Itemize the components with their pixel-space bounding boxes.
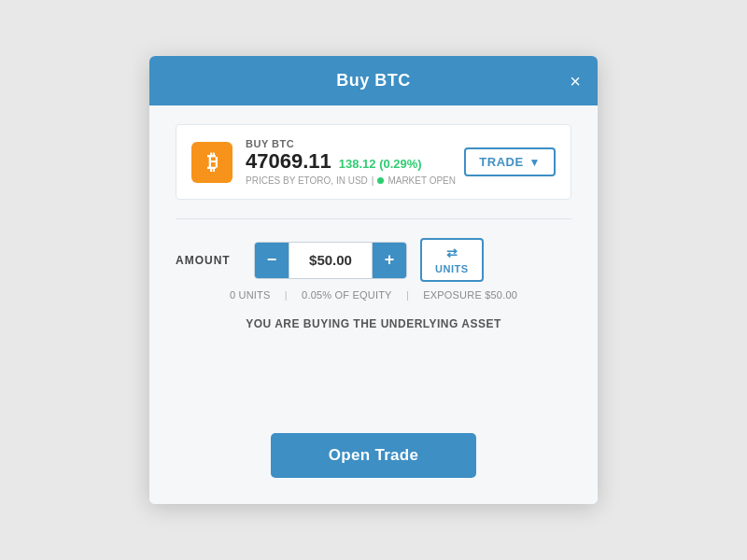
units-count: 0 UNITS xyxy=(230,289,271,301)
amount-meta: 0 UNITS | 0.05% OF EQUITY | EXPOSURE $50… xyxy=(176,289,571,301)
empty-area xyxy=(176,358,571,433)
chevron-down-icon: ▼ xyxy=(529,156,541,169)
increase-button[interactable]: + xyxy=(373,243,406,278)
separator: | xyxy=(372,175,374,186)
asset-price: 47069.11 xyxy=(246,149,331,174)
amount-input[interactable] xyxy=(289,243,373,278)
modal-body: ₿ BUY BTC 47069.11 138.12 (0.29%) PRICES… xyxy=(149,105,598,504)
trade-dropdown[interactable]: TRADE ▼ xyxy=(464,147,556,176)
modal-header: Buy BTC × xyxy=(149,56,598,105)
modal-title: Buy BTC xyxy=(336,71,411,91)
asset-meta: PRICES BY ETORO, IN USD | MARKET OPEN xyxy=(246,175,456,186)
underlying-asset-message: YOU ARE BUYING THE UNDERLYING ASSET xyxy=(176,317,571,330)
units-toggle-button[interactable]: ⇄ UNITS xyxy=(420,238,484,282)
asset-info: ₿ BUY BTC 47069.11 138.12 (0.29%) PRICES… xyxy=(191,138,456,186)
trade-dropdown-label: TRADE xyxy=(479,155,523,169)
divider xyxy=(176,218,571,219)
close-button[interactable]: × xyxy=(570,72,581,91)
market-status: MARKET OPEN xyxy=(388,175,456,186)
asset-price-row: 47069.11 138.12 (0.29%) xyxy=(246,149,456,174)
equity-percent: 0.05% OF EQUITY xyxy=(302,289,392,301)
amount-controls: − + xyxy=(254,242,407,279)
decrease-button[interactable]: − xyxy=(255,243,289,278)
amount-label: AMOUNT xyxy=(176,254,241,267)
swap-icon: ⇄ xyxy=(446,245,458,260)
asset-label: BUY BTC xyxy=(246,138,456,149)
exposure-amount: EXPOSURE $50.00 xyxy=(423,289,517,301)
units-label: UNITS xyxy=(435,263,469,274)
asset-row: ₿ BUY BTC 47069.11 138.12 (0.29%) PRICES… xyxy=(176,124,571,200)
amount-row: AMOUNT − + ⇄ UNITS xyxy=(176,238,571,282)
market-open-dot xyxy=(377,177,384,184)
btc-icon: ₿ xyxy=(191,142,233,183)
prices-by: PRICES BY ETORO, IN USD xyxy=(246,175,368,186)
buy-btc-modal: Buy BTC × ₿ BUY BTC 47069.11 138.12 (0.2… xyxy=(149,56,598,504)
open-trade-button[interactable]: Open Trade xyxy=(271,433,476,478)
asset-change: 138.12 (0.29%) xyxy=(339,157,422,171)
asset-details: BUY BTC 47069.11 138.12 (0.29%) PRICES B… xyxy=(246,138,456,186)
